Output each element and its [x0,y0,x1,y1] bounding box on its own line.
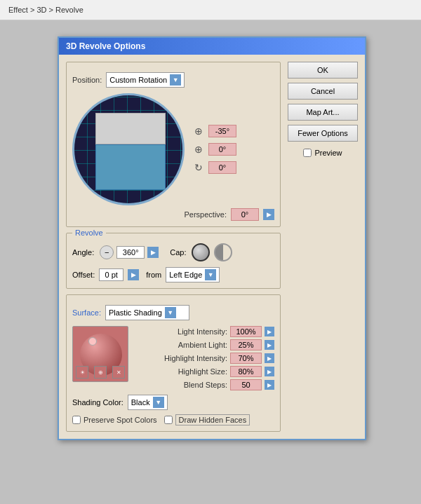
preview-checkbox[interactable] [303,149,312,157]
surface-value: Plastic Shading [109,308,162,317]
right-panel: OK Cancel Map Art... Fewer Options Previ… [288,62,358,432]
blend-steps-arrow[interactable]: ▶ [265,380,274,390]
shading-icon-3[interactable]: ✕ [112,366,125,379]
breadcrumb: Effect > 3D > Revolve [8,6,83,14]
angle-label: Angle: [72,248,94,257]
fewer-options-button[interactable]: Fewer Options [288,125,358,142]
x-rotation-value[interactable]: -35° [208,125,236,137]
shading-icon-row: ☀ ⊕ ✕ [73,366,128,379]
color-dropdown-arrow[interactable]: ▼ [153,397,164,408]
shading-color-label: Shading Color: [72,398,123,407]
map-art-button[interactable]: Map Art... [288,104,358,121]
dialog-title-bar: 3D Revolve Options [59,38,365,55]
draw-hidden-label: Draw Hidden Faces [175,414,250,425]
highlight-size-arrow[interactable]: ▶ [265,367,274,376]
preserve-spot-checkbox[interactable] [72,416,81,424]
obj-bottom [95,144,166,190]
z-rotation-value[interactable]: 0° [208,161,236,174]
offset-arrow[interactable]: ▶ [128,269,139,280]
position-dropdown[interactable]: Custom Rotation ▼ [106,72,185,88]
position-value: Custom Rotation [109,76,167,84]
surface-dropdown-arrow[interactable]: ▼ [165,307,176,318]
sphere-preview [72,93,185,205]
cap-btn-half[interactable] [214,243,232,261]
shading-icon-1[interactable]: ☀ [76,366,88,379]
cap-btn-full[interactable] [192,243,210,261]
offset-label: Offset: [72,271,95,279]
position-section: Position: Custom Rotation ▼ [66,62,281,227]
highlight-intensity-value[interactable]: 70% [230,353,262,364]
surface-controls: Light Intensity: 100% ▶ Ambient Light: 2… [135,326,274,390]
position-label: Position: [72,76,102,84]
draw-hidden-checkbox[interactable] [164,416,173,424]
blend-steps-value[interactable]: 50 [230,379,262,390]
light-spot[interactable] [88,337,97,346]
cancel-button[interactable]: Cancel [288,83,358,100]
menu-bar: Effect > 3D > Revolve [0,0,421,20]
highlight-intensity-label: Highlight Intensity: [135,354,227,362]
perspective-value[interactable]: 0° [231,208,259,221]
highlight-size-value[interactable]: 80% [230,366,262,377]
draw-hidden-checkbox-item[interactable]: Draw Hidden Faces [164,414,250,425]
ambient-light-label: Ambient Light: [135,341,227,349]
angle-value[interactable]: 360° [116,246,145,259]
light-intensity-arrow[interactable]: ▶ [265,327,274,336]
preview-check-row: Preview [288,149,358,157]
cap-label: Cap: [170,248,186,257]
from-dropdown-arrow[interactable]: ▼ [205,269,216,280]
dialog-window: 3D Revolve Options Position: Custom Rota… [58,36,366,440]
angle-plus-btn[interactable]: ▶ [147,247,159,258]
shading-color-dropdown[interactable]: Black ▼ [128,395,168,410]
ambient-light-value[interactable]: 25% [230,339,262,350]
ambient-light-arrow[interactable]: ▶ [265,340,274,350]
surface-section-label: Surface: [72,308,101,317]
shading-icon-2[interactable]: ⊕ [94,366,107,379]
preserve-spot-label: Preserve Spot Colors [83,416,157,424]
rotation-controls: ⊕ -35° ⊕ 0° ↻ 0° [192,124,236,175]
obj-top [95,113,166,144]
shading-preview: ☀ ⊕ ✕ [72,326,128,382]
highlight-size-label: Highlight Size: [135,367,227,376]
angle-minus-btn[interactable]: − [100,245,114,259]
revolve-section: Revolve Angle: − 360° ▶ Cap: Offset: [66,233,281,289]
position-dropdown-arrow[interactable]: ▼ [170,74,181,86]
from-label: from [146,271,161,279]
y-rotation-value[interactable]: 0° [208,143,236,156]
shading-color-value: Black [131,398,150,407]
surface-section: Surface: Plastic Shading ▼ ☀ ⊕ ✕ [66,294,281,432]
revolve-section-label: Revolve [72,229,106,237]
preserve-spot-checkbox-item[interactable]: Preserve Spot Colors [72,416,157,424]
z-rotation-icon: ↻ [192,161,206,175]
light-intensity-label: Light Intensity: [135,327,227,336]
preview-label: Preview [314,149,342,157]
perspective-label: Perspective: [184,210,227,219]
y-rotation-icon: ⊕ [192,142,206,156]
ok-button[interactable]: OK [288,62,358,79]
sphere-object [95,113,166,190]
surface-dropdown[interactable]: Plastic Shading ▼ [105,305,189,320]
dialog-title: 3D Revolve Options [66,41,145,51]
blend-steps-label: Blend Steps: [135,381,227,389]
perspective-arrow[interactable]: ▶ [263,209,274,220]
highlight-intensity-arrow[interactable]: ▶ [265,353,274,363]
from-dropdown[interactable]: Left Edge ▼ [166,267,220,282]
offset-value[interactable]: 0 pt [99,268,123,281]
light-intensity-value[interactable]: 100% [230,326,262,337]
from-value: Left Edge [169,271,202,279]
x-rotation-icon: ⊕ [192,124,206,138]
